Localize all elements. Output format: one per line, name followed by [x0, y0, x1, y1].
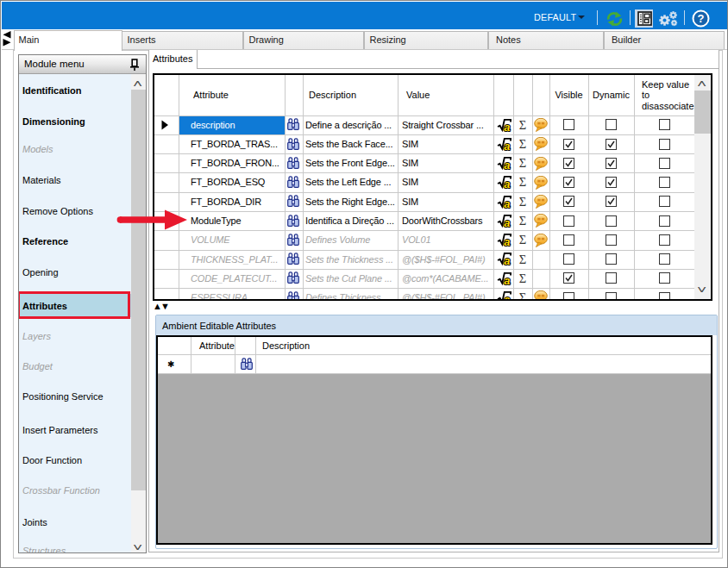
svg-text:?: ?: [698, 12, 705, 25]
